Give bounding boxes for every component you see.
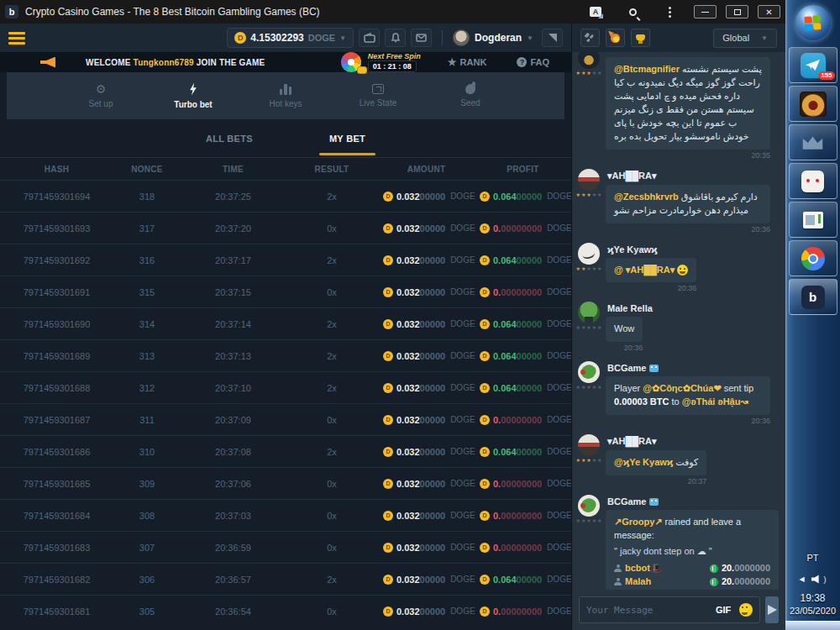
- table-row[interactable]: 7971459301684 308 20:37:03 0x D 0.032000…: [0, 499, 571, 531]
- user-chevron-down-icon: ▼: [527, 34, 533, 42]
- chat-username[interactable]: BCGame: [607, 363, 779, 373]
- bet-amount: D 0.03200000 DOGE: [378, 223, 475, 234]
- setup-button[interactable]: ⚙Set up: [77, 83, 124, 108]
- table-row[interactable]: 7971459301690 314 20:37:14 2x D 0.032000…: [0, 307, 571, 339]
- chat-username[interactable]: BCGame: [607, 496, 779, 507]
- avatar[interactable]: [578, 243, 600, 265]
- rain-button[interactable]: [580, 29, 600, 47]
- table-row[interactable]: 7971459301686 310 20:37:08 2x D 0.032000…: [0, 435, 571, 467]
- notifications-button[interactable]: [385, 29, 406, 47]
- mention[interactable]: @✿Côηc✿Chúa❤: [643, 383, 721, 393]
- live-state-button[interactable]: Live State: [354, 84, 402, 108]
- hidden-icons-arrow[interactable]: ◀: [799, 575, 804, 583]
- avatar[interactable]: [578, 434, 600, 456]
- table-row[interactable]: 7971459301689 313 20:37:13 2x D 0.032000…: [0, 339, 571, 371]
- kebab-menu-icon[interactable]: [661, 4, 678, 19]
- seed-button[interactable]: Seed: [447, 84, 494, 108]
- chat-toggle-button[interactable]: [542, 29, 563, 47]
- taskbar-gold-game[interactable]: [789, 86, 837, 122]
- header-username[interactable]: Dogderan: [475, 32, 522, 44]
- mention[interactable]: @ʚThái ʚHậu↝: [682, 396, 748, 407]
- table-row[interactable]: 7971459301683 307 20:36:59 0x D 0.032000…: [0, 531, 571, 563]
- emoji-picker-button[interactable]: [739, 603, 753, 617]
- close-button[interactable]: ✕: [758, 5, 780, 18]
- taskbar-date[interactable]: 23/05/2020: [790, 606, 836, 616]
- rain-recipient-row: bcbot🎩 20.0000000: [614, 562, 770, 575]
- table-row[interactable]: 7971459301688 312 20:37:10 2x D 0.032000…: [0, 371, 571, 403]
- avatar[interactable]: [578, 495, 600, 517]
- message-input[interactable]: [586, 605, 710, 616]
- taskbar-bcgame[interactable]: b: [789, 279, 837, 315]
- free-spin-wheel-icon[interactable]: [341, 52, 361, 72]
- table-row[interactable]: 7971459301693 317 20:37:20 0x D 0.032000…: [0, 212, 571, 244]
- chat-username[interactable]: ϗYe Kyawϗ: [607, 244, 779, 255]
- bet-amount: D 0.03200000 DOGE: [378, 255, 475, 265]
- avatar[interactable]: [578, 302, 600, 323]
- fireball-button[interactable]: [606, 29, 625, 47]
- taskbar-crown-app[interactable]: [789, 124, 837, 160]
- wallet-button[interactable]: [359, 29, 380, 47]
- taskbar-chrome[interactable]: [789, 240, 837, 276]
- table-row[interactable]: 7971459301691 315 20:37:15 0x D 0.032000…: [0, 276, 571, 307]
- chat-username[interactable]: Male Rella: [607, 303, 779, 313]
- table-row[interactable]: 7971459301682 306 20:36:57 2x D 0.032000…: [0, 563, 571, 595]
- avatar[interactable]: [578, 169, 600, 191]
- header-divider: [442, 30, 443, 45]
- mail-button[interactable]: [411, 29, 432, 47]
- taskbar-document-app[interactable]: [789, 202, 837, 238]
- bet-profit: D 0.06400000 DOGE: [475, 319, 571, 329]
- doge-coin-icon: D: [383, 351, 393, 361]
- rainer-name[interactable]: ↗Groopy↗: [614, 517, 663, 527]
- send-button[interactable]: [765, 596, 779, 623]
- bet-result: 2x: [286, 192, 378, 202]
- taskbar-telegram[interactable]: 155: [789, 47, 837, 83]
- avatar[interactable]: [578, 361, 600, 383]
- turbo-bet-button[interactable]: Turbo bet: [170, 83, 217, 109]
- show-desktop-button[interactable]: [785, 621, 840, 630]
- restore-button[interactable]: [726, 5, 748, 18]
- balance-dropdown[interactable]: D 4.15302293 DOGE ▼: [227, 28, 354, 48]
- hamburger-menu-icon[interactable]: [8, 32, 25, 45]
- tab-all-bets[interactable]: ALL BETS: [199, 122, 260, 155]
- start-button[interactable]: [795, 5, 831, 40]
- chat-messages[interactable]: ★★★★★ @Btcmagnifier پشت سیستم نشسته راحت…: [572, 52, 785, 590]
- free-spin-block[interactable]: Next Free Spin 01 : 21 : 08: [368, 52, 421, 72]
- recipient-name[interactable]: bcbot🎩: [625, 562, 706, 575]
- chat-username[interactable]: ▾AH██RA▾: [607, 171, 779, 181]
- taskbar-clock[interactable]: 19:38: [800, 592, 825, 604]
- mention[interactable]: @Btcmagnifier: [614, 64, 680, 74]
- tab-my-bet[interactable]: MY BET: [323, 122, 372, 155]
- recipient-name[interactable]: AISYAHта: [625, 589, 706, 590]
- table-row[interactable]: 7971459301681 305 20:36:54 0x D 0.032000…: [0, 595, 571, 627]
- rank-link[interactable]: ★RANK: [448, 56, 487, 68]
- table-row[interactable]: 7971459301685 309 20:37:06 0x D 0.032000…: [0, 467, 571, 499]
- hot-keys-button[interactable]: Hot keys: [262, 84, 309, 108]
- mention[interactable]: @ ▾AH██RA▾: [614, 265, 675, 275]
- bet-nonce: 312: [113, 383, 181, 393]
- recipient-name[interactable]: Malah: [625, 575, 706, 589]
- search-icon[interactable]: [624, 4, 641, 19]
- volume-icon[interactable]: [811, 575, 822, 584]
- faq-link[interactable]: ?FAQ: [517, 57, 549, 67]
- table-row[interactable]: 7971459301694 318 20:37:25 2x D 0.032000…: [0, 180, 571, 212]
- balance-currency: DOGE: [308, 33, 335, 43]
- table-row[interactable]: 7971459301687 311 20:37:09 0x D 0.032000…: [0, 403, 571, 435]
- translate-icon[interactable]: A: [587, 4, 604, 19]
- chat-username[interactable]: ▾AH██RA▾: [607, 436, 779, 447]
- table-row[interactable]: 7971459301692 316 20:37:17 2x D 0.032000…: [0, 244, 571, 276]
- mention[interactable]: @Zecsbhkrvrb: [614, 192, 679, 202]
- avatar[interactable]: [578, 52, 600, 69]
- bet-amount: D 0.03200000 DOGE: [378, 511, 475, 521]
- bets-rows: 7971459301694 318 20:37:25 2x D 0.032000…: [0, 180, 571, 627]
- minimize-button[interactable]: [694, 5, 717, 18]
- channel-select[interactable]: Global ▼: [713, 29, 777, 48]
- message-inputbox[interactable]: GIF: [579, 596, 760, 623]
- bet-time: 20:36:57: [181, 575, 286, 585]
- contest-button[interactable]: [631, 29, 650, 47]
- gif-button[interactable]: GIF: [716, 605, 731, 615]
- mention[interactable]: @ϗYe Kyawϗ: [614, 457, 673, 467]
- user-avatar[interactable]: [453, 29, 470, 46]
- bet-time: 20:37:15: [181, 287, 286, 297]
- taskbar-dice-app[interactable]: [789, 163, 837, 199]
- language-indicator[interactable]: PT: [806, 553, 818, 563]
